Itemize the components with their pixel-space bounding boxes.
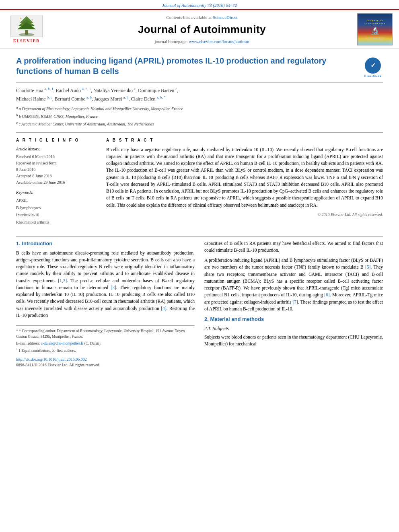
crossmark-label: CrossMark: [364, 74, 381, 78]
journal-title: Journal of Autoimmunity: [47, 22, 357, 37]
revised-date: 8 June 2016: [16, 166, 97, 173]
journal-header-center: Contents lists available at ScienceDirec…: [47, 14, 357, 45]
article-info-abstract-section: A R T I C L E I N F O Article history: R…: [16, 138, 383, 230]
keywords-label: Keywords:: [16, 190, 97, 195]
body-right-column: capacities of B cells in RA patients may…: [204, 240, 383, 368]
journal-header: ELSEVIER Contents lists available at Sci…: [0, 9, 399, 49]
svg-point-6: [20, 18, 22, 19]
footnote-corresponding: * * Corresponding author. Department of …: [16, 328, 195, 340]
authors-list: Charlotte Hua a, b, 1, Rachel Audo a, b,…: [16, 86, 383, 103]
abstract-label: A B S T R A C T: [106, 138, 383, 143]
svg-point-9: [31, 23, 32, 25]
keywords-list: APRIL B-lymphocytes Interleukin-10 Rheum…: [16, 197, 97, 226]
citation-5: [5]: [365, 265, 370, 269]
history-label: Article history:: [16, 146, 97, 152]
keyword-april: APRIL: [16, 197, 97, 204]
body-content: 1. Introduction B cells have an autoimmu…: [0, 237, 399, 375]
article-history: Article history: Received 6 March 2016 R…: [16, 146, 97, 186]
abstract-column: A B S T R A C T B cells may have a negat…: [106, 138, 383, 230]
subjects-text: Subjects were blood donors or patients s…: [204, 334, 383, 348]
received-revised-label: Received in revised form: [16, 160, 97, 166]
keywords-block: Keywords: APRIL B-lymphocytes Interleuki…: [16, 190, 97, 226]
svg-point-7: [32, 20, 33, 21]
doi-link[interactable]: http://dx.doi.org/10.1016/j.jaut.2016.06…: [16, 357, 195, 362]
journal-homepage-link[interactable]: www.elsevier.com/locate/jautimm: [189, 39, 249, 44]
citation-6: [6]: [324, 292, 329, 297]
copyright-line: © 2016 Elsevier Ltd. All rights reserved…: [106, 212, 383, 218]
svg-point-1: [19, 33, 35, 37]
abstract-text: B cells may have a negative regulatory r…: [106, 146, 383, 209]
intro-paragraph-2: capacities of B cells in RA patients may…: [204, 240, 383, 254]
accepted-date: Accepted 8 June 2016: [16, 173, 97, 179]
svg-point-8: [22, 25, 23, 26]
methods-heading: 2. Material and methods: [204, 316, 383, 323]
elsevier-brand-label: ELSEVIER: [13, 38, 40, 44]
article-info-label: A R T I C L E I N F O: [16, 138, 97, 143]
citation-1-2: [1,2]: [58, 278, 67, 283]
body-two-col: 1. Introduction B cells have an autoimmu…: [16, 240, 383, 368]
intro-paragraph-1: B cells have an autoimmune disease-promo…: [16, 250, 195, 319]
article-info-column: A R T I C L E I N F O Article history: R…: [16, 138, 97, 230]
subjects-subheading: 2.1. Subjects: [204, 325, 383, 332]
journal-citation: Journal of Autoimmunity 73 (2016) 64–72: [162, 3, 237, 8]
affiliations: a a Department of Rheumatology, Lapeyron…: [16, 105, 383, 127]
affiliation-c: c c Academic Medical Center, University …: [16, 120, 383, 127]
keyword-blymph: B-lymphocytes: [16, 204, 97, 212]
citation-7: [7]: [292, 300, 298, 304]
footnote-email: E-mail address: c-daien@chu-montpellier.…: [16, 341, 195, 346]
keyword-il10: Interleukin-10: [16, 212, 97, 219]
contents-availability: Contents lists available at ScienceDirec…: [47, 14, 357, 21]
divider-after-affiliations: [16, 132, 383, 133]
received-date: Received 6 March 2016: [16, 154, 97, 160]
journal-cover-image: JOURNAL OF AUTOIMMUNITY 🔬 AUTOIMMUNITY: [357, 13, 393, 45]
article-content: A proliferation inducing ligand (APRIL) …: [0, 49, 399, 236]
citation-4: [4]: [161, 306, 166, 311]
journal-homepage: journal homepage: www.elsevier.com/locat…: [47, 39, 357, 45]
available-date: Available online 29 June 2016: [16, 179, 97, 186]
svg-point-5: [25, 31, 28, 34]
sciencedirect-link[interactable]: ScienceDirect: [213, 15, 238, 20]
crossmark-icon: ✓: [365, 58, 381, 74]
issn-text: 0896-8411/© 2016 Elsevier Ltd. All right…: [16, 362, 195, 368]
cover-logo-title: JOURNAL OF AUTOIMMUNITY: [359, 19, 391, 25]
article-title-section: A proliferation inducing ligand (APRIL) …: [16, 55, 383, 83]
body-left-column: 1. Introduction B cells have an autoimmu…: [16, 240, 195, 368]
crossmark-badge: ✓ CrossMark: [363, 58, 383, 78]
doi-section: http://dx.doi.org/10.1016/j.jaut.2016.06…: [16, 357, 195, 368]
article-title-text: A proliferation inducing ligand (APRIL) …: [16, 55, 359, 76]
elsevier-logo: ELSEVIER: [6, 15, 47, 44]
affiliation-a: a a Department of Rheumatology, Lapeyron…: [16, 105, 383, 112]
article-title: A proliferation inducing ligand (APRIL) …: [16, 55, 359, 76]
page: Journal of Autoimmunity 73 (2016) 64–72: [0, 0, 399, 532]
journal-top-bar: Journal of Autoimmunity 73 (2016) 64–72: [0, 0, 399, 9]
keyword-ra: Rheumatoid arthritis: [16, 219, 97, 226]
introduction-heading: 1. Introduction: [16, 240, 195, 247]
elsevier-tree-image: [10, 15, 43, 37]
footnote-equal-contrib: 1 1 Equal contributors, co-first authors…: [16, 347, 195, 353]
email-link[interactable]: c-daien@chu-montpellier.fr: [41, 341, 84, 345]
citation-3: [3]: [111, 285, 116, 290]
intro-paragraph-3: A proliferation-inducing ligand (APRIL) …: [204, 257, 383, 312]
footnote-section: * * Corresponding author. Department of …: [16, 325, 195, 353]
affiliation-b: b b UMR5535, IGMM, CNRS, Montpellier, Fr…: [16, 113, 383, 119]
